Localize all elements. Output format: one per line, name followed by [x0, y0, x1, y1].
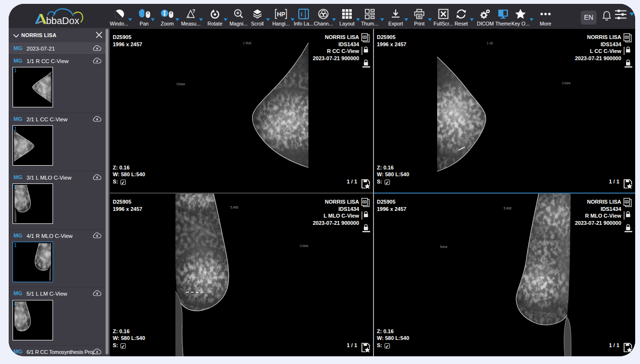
svg-text:i: i — [301, 11, 302, 18]
svg-text:HP: HP — [277, 11, 285, 18]
svg-text:1: 1 — [14, 126, 17, 131]
svg-text:1: 1 — [14, 243, 17, 248]
svg-text:1: 1 — [14, 184, 17, 190]
svg-text:1: 1 — [14, 68, 17, 73]
svg-text:bbaDox: bbaDox — [46, 15, 80, 26]
svg-text:1: 1 — [14, 301, 17, 306]
svg-text:?: ? — [192, 9, 195, 14]
